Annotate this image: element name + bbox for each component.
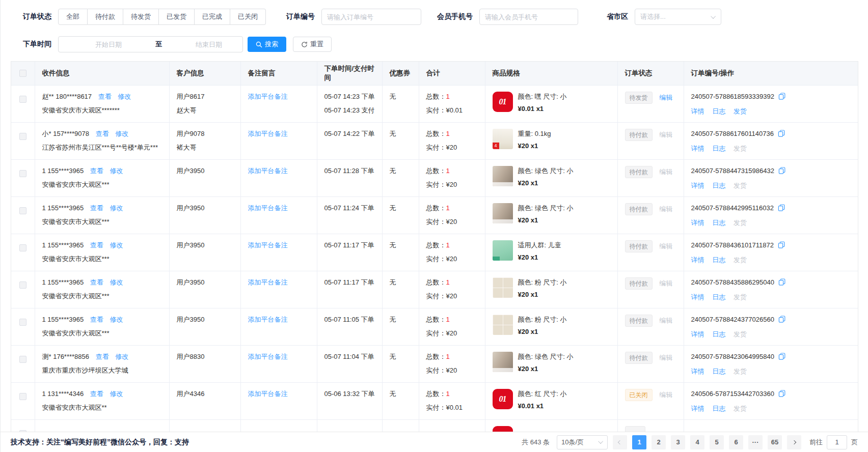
start-date-input[interactable] xyxy=(64,41,153,48)
edit-link[interactable]: 编辑 xyxy=(659,168,672,176)
modify-link[interactable]: 修改 xyxy=(110,167,123,175)
detail-link[interactable]: 详情 xyxy=(691,405,704,412)
prev-page-button[interactable] xyxy=(613,435,627,449)
row-checkbox[interactable] xyxy=(19,356,26,363)
ship-link[interactable]: 发货 xyxy=(734,107,747,115)
ship-link[interactable]: 发货 xyxy=(734,293,747,301)
add-platform-note-link[interactable]: 添加平台备注 xyxy=(248,130,288,137)
add-platform-note-link[interactable]: 添加平台备注 xyxy=(248,316,288,323)
log-link[interactable]: 日志 xyxy=(712,405,725,412)
copy-icon[interactable] xyxy=(778,353,785,363)
product-thumbnail[interactable]: 01 xyxy=(493,92,513,112)
region-select[interactable]: 请选择... xyxy=(635,9,721,25)
copy-icon[interactable] xyxy=(778,241,785,251)
add-platform-note-link[interactable]: 添加平台备注 xyxy=(248,93,288,100)
status-tab-pending-shipment[interactable]: 待发货 xyxy=(123,9,159,25)
row-checkbox[interactable] xyxy=(19,207,26,214)
view-link[interactable]: 查看 xyxy=(96,130,109,137)
copy-icon[interactable] xyxy=(778,93,785,103)
copy-icon[interactable] xyxy=(778,390,785,400)
select-all-checkbox[interactable] xyxy=(19,70,26,77)
add-platform-note-link[interactable]: 添加平台备注 xyxy=(248,204,288,212)
view-link[interactable]: 查看 xyxy=(90,316,103,323)
ship-link[interactable]: 发货 xyxy=(734,330,747,338)
detail-link[interactable]: 详情 xyxy=(691,256,704,264)
reset-button[interactable]: 重置 xyxy=(293,37,332,52)
view-link[interactable]: 查看 xyxy=(90,204,103,212)
ship-link[interactable]: 发货 xyxy=(734,368,747,375)
detail-link[interactable]: 详情 xyxy=(691,293,704,301)
modify-link[interactable]: 修改 xyxy=(118,93,131,100)
product-thumbnail[interactable] xyxy=(493,315,513,335)
edit-link[interactable]: 编辑 xyxy=(659,317,672,324)
status-tab-pending-payment[interactable]: 待付款 xyxy=(88,9,123,25)
detail-link[interactable]: 详情 xyxy=(691,107,704,115)
product-thumbnail[interactable] xyxy=(493,240,513,261)
log-link[interactable]: 日志 xyxy=(712,107,725,115)
log-link[interactable]: 日志 xyxy=(712,368,725,375)
row-checkbox[interactable] xyxy=(19,319,26,326)
edit-link[interactable]: 编辑 xyxy=(659,205,672,213)
detail-link[interactable]: 详情 xyxy=(691,219,704,227)
modify-link[interactable]: 修改 xyxy=(110,316,123,323)
edit-link[interactable]: 编辑 xyxy=(659,242,672,250)
log-link[interactable]: 日志 xyxy=(712,330,725,338)
edit-link[interactable]: 编辑 xyxy=(659,354,672,361)
add-platform-note-link[interactable]: 添加平台备注 xyxy=(248,353,288,360)
view-link[interactable]: 查看 xyxy=(96,353,109,360)
page-button-6[interactable]: 6 xyxy=(729,435,743,449)
add-platform-note-link[interactable]: 添加平台备注 xyxy=(248,241,288,249)
page-button-last[interactable]: 65 xyxy=(768,435,782,449)
row-checkbox[interactable] xyxy=(19,133,26,140)
status-tab-all[interactable]: 全部 xyxy=(58,9,88,25)
modify-link[interactable]: 修改 xyxy=(110,204,123,212)
ship-link[interactable]: 发货 xyxy=(734,182,747,189)
row-checkbox[interactable] xyxy=(19,170,26,177)
copy-icon[interactable] xyxy=(778,130,785,140)
product-thumbnail[interactable] xyxy=(493,426,513,432)
status-tab-shipped[interactable]: 已发货 xyxy=(159,9,195,25)
modify-link[interactable]: 修改 xyxy=(115,353,128,360)
more-pages-button[interactable]: ··· xyxy=(748,435,763,449)
modify-link[interactable]: 修改 xyxy=(115,130,128,137)
log-link[interactable]: 日志 xyxy=(712,219,725,227)
date-range-picker[interactable]: 至 xyxy=(58,36,243,52)
page-button-3[interactable]: 3 xyxy=(671,435,685,449)
row-checkbox[interactable] xyxy=(19,96,26,103)
modify-link[interactable]: 修改 xyxy=(110,278,123,286)
log-link[interactable]: 日志 xyxy=(712,145,725,152)
modify-link[interactable]: 修改 xyxy=(110,241,123,249)
page-button-5[interactable]: 5 xyxy=(710,435,724,449)
add-platform-note-link[interactable]: 添加平台备注 xyxy=(248,167,288,175)
edit-link[interactable]: 编辑 xyxy=(659,279,672,287)
copy-icon[interactable] xyxy=(778,278,785,289)
view-link[interactable]: 查看 xyxy=(90,167,103,175)
next-page-button[interactable] xyxy=(787,435,801,449)
ship-link[interactable]: 发货 xyxy=(734,145,747,152)
status-tab-closed[interactable]: 已关闭 xyxy=(230,9,266,25)
status-tab-completed[interactable]: 已完成 xyxy=(195,9,230,25)
copy-icon[interactable] xyxy=(778,316,785,326)
detail-link[interactable]: 详情 xyxy=(691,368,704,375)
modify-link[interactable]: 修改 xyxy=(110,390,123,398)
log-link[interactable]: 日志 xyxy=(712,256,725,264)
page-size-select[interactable]: 10条/页 xyxy=(557,435,608,449)
product-thumbnail[interactable] xyxy=(493,277,513,298)
product-thumbnail[interactable] xyxy=(493,352,513,372)
log-link[interactable]: 日志 xyxy=(712,182,725,189)
edit-link[interactable]: 编辑 xyxy=(659,94,672,101)
ship-link[interactable]: 发货 xyxy=(734,256,747,264)
detail-link[interactable]: 详情 xyxy=(691,330,704,338)
view-link[interactable]: 查看 xyxy=(90,278,103,286)
product-thumbnail[interactable] xyxy=(493,203,513,223)
end-date-input[interactable] xyxy=(164,41,254,48)
copy-icon[interactable] xyxy=(778,167,785,177)
view-link[interactable]: 查看 xyxy=(90,390,103,398)
page-button-1[interactable]: 1 xyxy=(632,435,646,449)
search-button[interactable]: 搜索 xyxy=(248,37,286,52)
page-button-4[interactable]: 4 xyxy=(690,435,704,449)
detail-link[interactable]: 详情 xyxy=(691,182,704,189)
product-thumbnail[interactable]: 01 xyxy=(493,389,513,409)
detail-link[interactable]: 详情 xyxy=(691,145,704,152)
product-thumbnail[interactable] xyxy=(493,129,513,149)
